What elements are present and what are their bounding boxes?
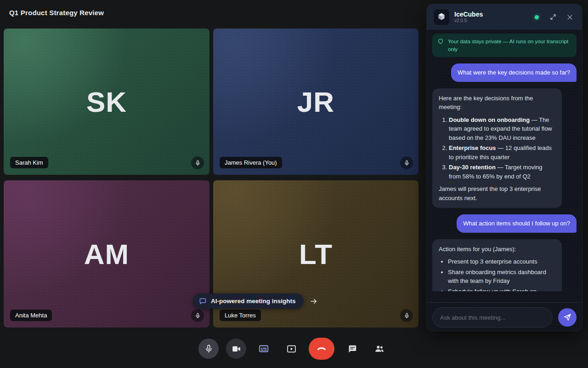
- microphone-status-icon: [191, 309, 204, 322]
- microphone-status-icon: [400, 156, 413, 169]
- decision-item: Enterprise focus — 12 qualified leads to…: [449, 144, 555, 161]
- user-message: What action items should I follow up on?: [457, 214, 577, 233]
- participant-name-label: Luke Torres: [220, 310, 261, 321]
- ask-meeting-input[interactable]: [432, 307, 553, 328]
- arrow-right-icon[interactable]: [310, 297, 318, 305]
- chat-messages[interactable]: Your data stays private — AI runs on you…: [427, 30, 582, 291]
- camera-button[interactable]: [226, 339, 246, 359]
- app-name: IceCubes: [454, 11, 530, 18]
- participant-initials: SK: [4, 29, 209, 175]
- participant-initials: AM: [4, 180, 209, 328]
- video-tile-anita[interactable]: AM Anita Mehta: [4, 180, 209, 328]
- privacy-notice: Your data stays private — AI runs on you…: [432, 34, 577, 57]
- action-item: Present top 3 enterprise accounts: [448, 257, 555, 266]
- video-tile-sarah[interactable]: SK Sarah Kim: [4, 29, 209, 175]
- participant-initials: JR: [213, 29, 418, 175]
- user-message: What were the key decisions made so far?: [451, 63, 577, 82]
- assistant-message-intro: Here are the key decisions from the meet…: [439, 94, 555, 112]
- icecubes-logo: [433, 9, 450, 25]
- participant-name-label: Anita Mehta: [10, 310, 52, 321]
- decision-item: Double down on onboarding — The team agr…: [449, 115, 555, 143]
- microphone-status-icon: [191, 156, 204, 169]
- expand-panel-button[interactable]: [547, 11, 559, 23]
- video-grid: SK Sarah Kim JR James Rivera (You) AM An…: [4, 29, 418, 328]
- page-title: Q1 Product Strategy Review: [9, 9, 104, 17]
- video-tile-james[interactable]: JR James Rivera (You): [213, 29, 418, 175]
- assistant-header: IceCubes v2.0.5: [427, 4, 582, 30]
- shield-icon: [437, 38, 444, 45]
- chat-composer: [427, 302, 582, 331]
- privacy-notice-text: Your data stays private — AI runs on you…: [448, 38, 571, 53]
- ai-insights-chip[interactable]: AI-powered meeting insights: [193, 293, 304, 309]
- assistant-message: Here are the key decisions from the meet…: [432, 88, 562, 208]
- online-status-dot: [535, 15, 539, 19]
- captions-button[interactable]: [254, 339, 274, 359]
- chat-bubble-icon: [199, 297, 207, 305]
- decision-list: Double down on onboarding — The team agr…: [439, 115, 555, 181]
- assistant-message-outro: James will present the top 3 enterprise …: [439, 184, 555, 202]
- insights-chip-label: AI-powered meeting insights: [211, 298, 296, 305]
- participant-name-label: Sarah Kim: [10, 157, 48, 168]
- present-screen-button[interactable]: [281, 339, 301, 359]
- participant-name-label: James Rivera (You): [220, 157, 282, 168]
- insights-chip-row: AI-powered meeting insights: [193, 293, 318, 309]
- call-controls-toolbar: [0, 338, 588, 360]
- send-icon: [563, 313, 571, 322]
- assistant-message-intro: Action items for you (James):: [439, 245, 555, 254]
- microphone-button[interactable]: [198, 339, 219, 359]
- action-item: Schedule follow-up with Sarah on enterpr…: [448, 287, 555, 291]
- send-button[interactable]: [558, 308, 577, 327]
- assistant-message: Action items for you (James): Present to…: [432, 239, 562, 291]
- microphone-status-icon: [400, 309, 413, 322]
- action-item-list: Present top 3 enterprise accounts Share …: [439, 257, 555, 291]
- close-panel-button[interactable]: [564, 11, 576, 23]
- hang-up-button[interactable]: [309, 338, 334, 360]
- decision-item: Day-30 retention — Target moving from 58…: [449, 163, 555, 181]
- participants-button[interactable]: [369, 339, 390, 359]
- app-meta: IceCubes v2.0.5: [454, 11, 530, 23]
- action-item: Share onboarding metrics dashboard with …: [448, 268, 555, 286]
- app-version: v2.0.5: [454, 18, 530, 23]
- chat-button[interactable]: [342, 339, 362, 359]
- assistant-panel: IceCubes v2.0.5 Your data stays private …: [426, 4, 582, 331]
